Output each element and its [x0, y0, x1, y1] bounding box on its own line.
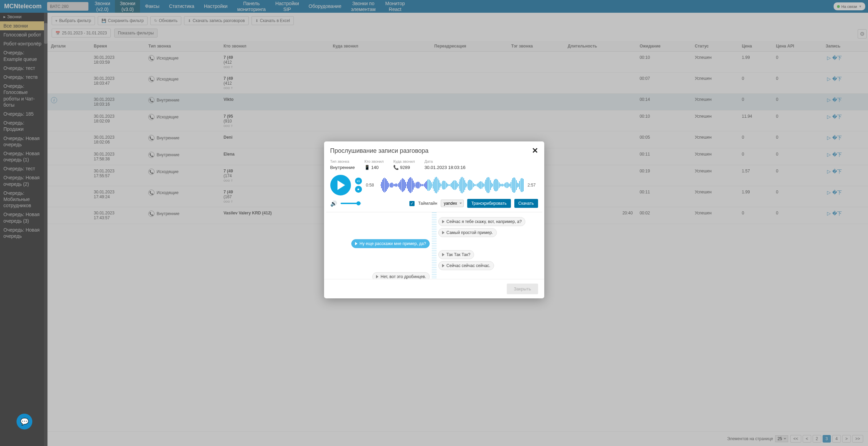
- bubble-play-icon[interactable]: [442, 264, 444, 267]
- play-button[interactable]: [330, 175, 351, 195]
- value-call-type: Внутренние: [330, 165, 355, 170]
- chat-fab[interactable]: 💬: [17, 414, 32, 429]
- value-date: 30.01.2023 18:03:16: [425, 165, 465, 170]
- bubble-play-icon[interactable]: [355, 242, 357, 245]
- transcript-row: Нет, вот это дробинцев.: [330, 272, 538, 279]
- timeline-checkbox[interactable]: ✓: [409, 201, 415, 206]
- value-callee: 📞 9289: [393, 165, 415, 170]
- label-date: Дата: [425, 159, 465, 163]
- transcribe-button[interactable]: Транскрибировать: [467, 199, 511, 208]
- timeline-label: Таймлайн: [418, 201, 437, 206]
- transcript-bubble[interactable]: Сейчас я тебе скажу, вот, например, а?: [438, 217, 526, 226]
- transcript-bubble[interactable]: Нет, вот это дробинцев.: [372, 272, 430, 279]
- waveform[interactable]: [381, 176, 524, 194]
- transcript-row: Сейчас сейчас сейчас.: [330, 261, 538, 270]
- modal-title: Прослушивание записи разговора: [330, 147, 429, 154]
- provider-select[interactable]: yandex: [441, 200, 464, 207]
- time-total: 2:57: [528, 183, 538, 188]
- transcript-bubble[interactable]: Ну еще расскажи мне пример, да?: [351, 239, 430, 248]
- transcript-row: Самый простой пример.: [330, 228, 538, 237]
- transcript-bubble[interactable]: Самый простой пример.: [438, 228, 497, 237]
- value-caller: 📱 140: [364, 165, 384, 170]
- speed-button[interactable]: x1: [355, 178, 362, 184]
- transcript-row: Сейчас я тебе скажу, вот, например, а?: [330, 217, 538, 226]
- transcript-bubble[interactable]: Сейчас сейчас сейчас.: [438, 261, 494, 270]
- close-icon[interactable]: ✕: [532, 146, 538, 155]
- volume-slider[interactable]: [341, 203, 361, 204]
- time-current: 0:58: [366, 183, 376, 188]
- bubble-play-icon[interactable]: [442, 231, 444, 234]
- label-caller: Кто звонил: [364, 159, 384, 163]
- volume-icon[interactable]: 🔊: [330, 200, 337, 206]
- transcript-bubble[interactable]: Так Так Так?: [438, 250, 474, 259]
- bubble-play-icon[interactable]: [376, 275, 378, 278]
- transcript-panel[interactable]: Сейчас я тебе скажу, вот, например, а?Са…: [326, 212, 542, 279]
- label-call-type: Тип звонка: [330, 159, 355, 163]
- stop-button[interactable]: ■: [355, 186, 362, 193]
- download-button[interactable]: Скачать: [514, 199, 538, 208]
- bubble-play-icon[interactable]: [442, 253, 444, 256]
- recording-playback-modal: Прослушивание записи разговора ✕ Тип зво…: [324, 141, 544, 298]
- close-button[interactable]: Закрыть: [507, 284, 538, 294]
- volume-thumb[interactable]: [356, 201, 361, 205]
- transcript-row: Ну еще расскажи мне пример, да?: [330, 239, 538, 248]
- label-callee: Куда звонил: [393, 159, 415, 163]
- transcript-row: Так Так Так?: [330, 250, 538, 259]
- bubble-play-icon[interactable]: [442, 220, 444, 223]
- chat-icon: 💬: [20, 417, 29, 426]
